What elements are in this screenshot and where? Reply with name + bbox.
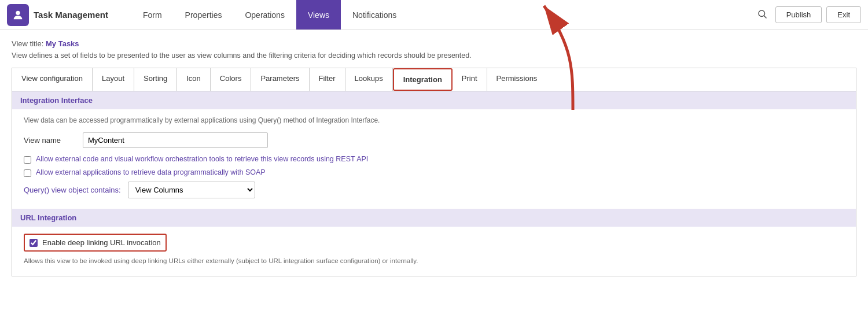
svg-point-2 <box>759 10 765 17</box>
exit-button[interactable]: Exit <box>826 6 861 23</box>
view-name-label: View name <box>24 136 76 145</box>
view-description: View defines a set of fields to be prese… <box>12 51 856 60</box>
view-name-input[interactable] <box>83 132 268 148</box>
nav-form[interactable]: Form <box>131 0 174 29</box>
app-title: Task Management <box>34 10 108 20</box>
deep-link-desc: Allows this view to be invoked using dee… <box>24 257 844 264</box>
tab-bar: View configuration Layout Sorting Icon C… <box>12 68 856 91</box>
view-title-value: My Tasks <box>46 39 79 48</box>
url-section-header: URL Integration <box>12 209 856 227</box>
page-content: View title: My Tasks View defines a set … <box>0 30 868 276</box>
header-actions: Publish Exit <box>753 5 861 25</box>
view-name-row: View name <box>24 132 844 148</box>
nav-operations[interactable]: Operations <box>233 0 296 29</box>
tab-filter[interactable]: Filter <box>310 68 345 91</box>
deep-link-label[interactable]: Enable deep linking URL invocation <box>42 238 161 247</box>
tab-print[interactable]: Print <box>453 68 487 91</box>
tab-parameters[interactable]: Parameters <box>251 68 309 91</box>
tab-permissions[interactable]: Permissions <box>487 68 547 91</box>
query-dropdown-label: Query() view object contains: <box>24 186 121 194</box>
svg-point-1 <box>16 10 20 14</box>
logo-icon <box>7 4 29 26</box>
nav-properties[interactable]: Properties <box>174 0 234 29</box>
integration-section-desc: View data can be accessed programmatical… <box>24 116 844 124</box>
nav-views[interactable]: Views <box>296 0 341 29</box>
deep-link-checkbox[interactable] <box>30 239 38 247</box>
tab-view-configuration[interactable]: View configuration <box>12 68 93 91</box>
tab-integration[interactable]: Integration <box>393 68 453 91</box>
tab-layout[interactable]: Layout <box>93 68 134 91</box>
integration-panel: Integration Interface View data can be a… <box>12 91 856 276</box>
rest-api-checkbox[interactable] <box>24 156 31 164</box>
nav-notifications[interactable]: Notifications <box>341 0 408 29</box>
soap-label[interactable]: Allow external applications to retrieve … <box>36 168 266 176</box>
search-button[interactable] <box>753 5 771 25</box>
publish-button[interactable]: Publish <box>775 6 822 23</box>
deep-link-row: Enable deep linking URL invocation <box>24 234 167 252</box>
rest-api-checkbox-row: Allow external code and visual workflow … <box>24 155 844 164</box>
tab-lookups[interactable]: Lookups <box>345 68 393 91</box>
url-integration-section: URL Integration Enable deep linking URL … <box>24 209 844 264</box>
soap-checkbox[interactable] <box>24 169 31 177</box>
query-dropdown-row: Query() view object contains: View Colum… <box>24 182 844 198</box>
svg-line-3 <box>764 16 766 18</box>
tab-icon[interactable]: Icon <box>177 68 211 91</box>
integration-section-header: Integration Interface <box>12 91 856 109</box>
tab-sorting[interactable]: Sorting <box>134 68 177 91</box>
app-header: Task Management Form Properties Operatio… <box>0 0 868 30</box>
rest-api-label[interactable]: Allow external code and visual workflow … <box>36 155 368 163</box>
app-logo: Task Management <box>7 4 108 26</box>
tab-colors[interactable]: Colors <box>211 68 252 91</box>
view-title-prefix: View title: <box>12 39 46 48</box>
view-title-line: View title: My Tasks <box>12 39 856 48</box>
soap-checkbox-row: Allow external applications to retrieve … <box>24 168 844 177</box>
main-nav: Form Properties Operations Views Notific… <box>131 0 753 29</box>
query-dropdown[interactable]: View Columns All Columns <box>128 182 255 198</box>
